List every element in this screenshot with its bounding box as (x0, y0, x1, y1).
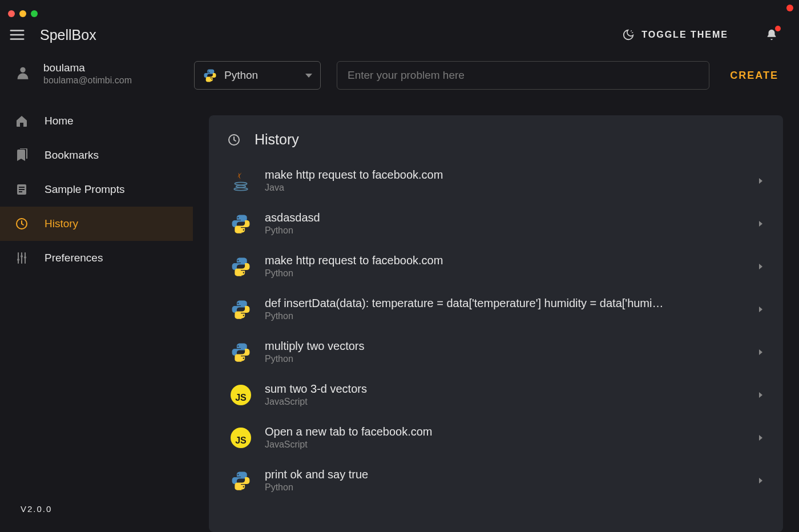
python-icon (230, 299, 252, 320)
sidebar-item-label: Bookmarks (45, 149, 183, 162)
document-icon (15, 183, 29, 196)
java-icon (230, 170, 252, 192)
python-icon (230, 341, 252, 363)
history-item-language: JavaScript (265, 440, 740, 450)
history-item-icon: JS (229, 426, 252, 449)
history-panel: History make http request to facebook.co… (209, 115, 783, 532)
app-title: SpellBox (40, 27, 96, 43)
history-item-icon (229, 469, 252, 492)
bookmarks-icon (15, 148, 29, 162)
notification-dot (775, 26, 781, 31)
prompt-input[interactable] (337, 61, 709, 90)
svg-point-7 (24, 256, 26, 259)
history-item-language: Java (265, 183, 740, 193)
chevron-down-icon (305, 74, 312, 78)
history-list: make http request to facebook.comJavaasd… (227, 159, 765, 502)
history-item-text: Open a new tab to facebook.comJavaScript (265, 425, 740, 450)
chevron-right-icon (759, 435, 762, 441)
history-item-prompt: Open a new tab to facebook.com (265, 425, 740, 438)
sidebar-nav: Home Bookmarks Sample Prompts History Pr… (0, 104, 193, 275)
toggle-theme-button[interactable]: TOGGLE THEME (622, 29, 728, 41)
history-item-prompt: make http request to facebook.com (265, 254, 740, 267)
python-icon (203, 68, 217, 83)
history-item-language: Python (265, 311, 740, 321)
language-select[interactable]: Python (194, 61, 321, 90)
create-button[interactable]: CREATE (725, 70, 783, 82)
window-minimize-dot[interactable] (19, 10, 26, 17)
hamburger-icon (9, 26, 26, 43)
history-title: History (255, 131, 299, 148)
user-email: boulama@otimbi.com (43, 75, 132, 86)
history-item-icon (229, 255, 252, 278)
history-item[interactable]: make http request to facebook.comPython (227, 245, 765, 288)
history-item-text: sum two 3-d vectorsJavaScript (265, 382, 740, 407)
history-icon (15, 217, 29, 231)
sidebar-item-label: Home (45, 115, 183, 127)
javascript-icon: JS (231, 385, 251, 405)
svg-rect-3 (19, 191, 22, 192)
language-selected-label: Python (224, 69, 258, 82)
sidebar-item-home[interactable]: Home (0, 104, 193, 138)
chevron-right-icon (759, 349, 762, 355)
history-item-text: make http request to facebook.comPython (265, 254, 740, 279)
python-icon (230, 256, 252, 277)
python-icon (230, 213, 252, 235)
python-icon (230, 470, 252, 491)
history-item-icon (229, 212, 252, 235)
history-item[interactable]: print ok and say truePython (227, 459, 765, 502)
svg-rect-2 (19, 189, 25, 190)
history-item-language: Python (265, 354, 740, 364)
app-header: SpellBox TOGGLE THEME (0, 13, 799, 57)
history-item-text: asdasdasdPython (265, 211, 740, 236)
history-item[interactable]: multiply two vectorsPython (227, 331, 765, 373)
user-name: boulama (43, 62, 132, 74)
history-item[interactable]: make http request to facebook.comJava (227, 159, 765, 202)
history-item-text: print ok and say truePython (265, 468, 740, 493)
chevron-right-icon (759, 478, 762, 483)
chevron-right-icon (759, 221, 762, 227)
history-item-prompt: sum two 3-d vectors (265, 382, 740, 396)
sidebar-item-label: History (45, 217, 183, 230)
version-label: V2.0.0 (0, 491, 193, 532)
history-item-language: Python (265, 225, 740, 236)
chevron-right-icon (759, 392, 762, 398)
prompt-bar: Python CREATE (193, 57, 799, 94)
history-item[interactable]: JSOpen a new tab to facebook.comJavaScri… (227, 416, 765, 459)
recording-indicator-dot (786, 5, 793, 11)
history-item-prompt: multiply two vectors (265, 340, 740, 353)
history-item[interactable]: def insertData(data): temperature = data… (227, 288, 765, 331)
sidebar: boulama boulama@otimbi.com Home Bookmark… (0, 57, 193, 532)
history-item-language: Python (265, 482, 740, 493)
sidebar-item-bookmarks[interactable]: Bookmarks (0, 138, 193, 172)
history-item-icon (229, 341, 252, 364)
notifications-button[interactable] (760, 23, 783, 46)
history-header: History (227, 131, 765, 148)
history-item[interactable]: JSsum two 3-d vectorsJavaScript (227, 373, 765, 416)
chevron-right-icon (759, 307, 762, 312)
user-block[interactable]: boulama boulama@otimbi.com (0, 57, 193, 97)
history-item-text: def insertData(data): temperature = data… (265, 297, 740, 321)
svg-point-5 (17, 259, 19, 261)
sidebar-item-label: Sample Prompts (45, 183, 183, 196)
toggle-theme-label: TOGGLE THEME (641, 30, 728, 40)
menu-button[interactable] (5, 22, 30, 47)
svg-point-6 (21, 255, 23, 257)
window-close-dot[interactable] (8, 10, 15, 17)
content-column: Python CREATE History make http request … (193, 57, 799, 532)
chevron-right-icon (759, 264, 762, 269)
history-item-prompt: make http request to facebook.com (265, 168, 740, 182)
sidebar-item-preferences[interactable]: Preferences (0, 241, 193, 275)
moon-icon (622, 29, 635, 41)
sidebar-item-sample-prompts[interactable]: Sample Prompts (0, 172, 193, 207)
history-item-icon (229, 298, 252, 321)
sidebar-item-history[interactable]: History (0, 207, 193, 241)
window-zoom-dot[interactable] (31, 10, 38, 17)
svg-rect-1 (19, 187, 25, 188)
history-icon (227, 133, 241, 147)
history-item[interactable]: asdasdasdPython (227, 202, 765, 245)
history-item-prompt: print ok and say true (265, 468, 740, 481)
history-item-text: multiply two vectorsPython (265, 340, 740, 364)
home-icon (15, 114, 29, 128)
history-item-language: Python (265, 268, 740, 279)
titlebar (0, 0, 799, 13)
